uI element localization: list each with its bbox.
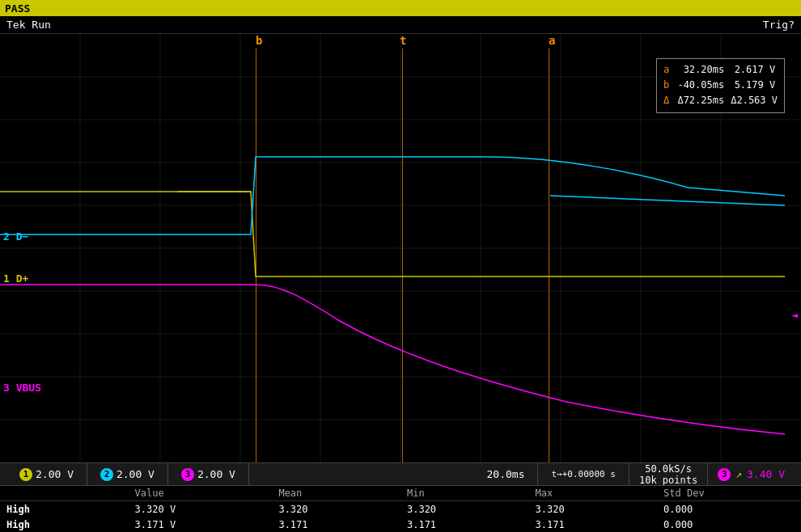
pass-label: PASS	[5, 2, 30, 15]
sample-rate: 50.0kS/s	[645, 463, 692, 475]
ch2-waveform-right	[550, 196, 785, 205]
meas-row-0-label: High	[0, 501, 129, 517]
channel-bar: 1 2.00 V 2 2.00 V 3 2.00 V 20.0ms t→+0.0…	[0, 462, 801, 485]
ch1-volts: 2.00 V	[36, 468, 74, 480]
meas-row-1-value: 3.171 V	[129, 517, 273, 532]
scope-display: b t a a 32.20ms 2.617 V b -40.05ms 5.179…	[0, 34, 801, 462]
col-header-value: Value	[129, 486, 273, 501]
ch1-label: 1 D+	[3, 272, 28, 285]
col-header-stddev: Std Dev	[657, 486, 801, 501]
meas-row-0-stddev: 0.000	[657, 501, 801, 517]
meas-table: Value Mean Min Max Std Dev High 3.320 V …	[0, 486, 801, 532]
time-position-info: t→+0.00000 s	[538, 463, 629, 485]
trig-ch-num: 3	[718, 468, 731, 481]
timebase-info: 20.0ms	[474, 463, 539, 485]
ch2-number: 2	[100, 468, 113, 481]
header-row: Tek Run Trig?	[0, 16, 801, 34]
measurements-table-area: Value Mean Min Max Std Dev High 3.320 V …	[0, 485, 801, 532]
trigger-info: 3 ↗ 3.40 V	[708, 463, 795, 485]
status-bar: PASS	[0, 0, 801, 16]
ch3-label: 3 VBUS	[3, 382, 41, 394]
meas-row-1-stddev: 0.000	[657, 517, 801, 532]
timebase-value: 20.0ms	[487, 468, 525, 480]
meas-row-1-label: High	[0, 517, 129, 532]
trig-edge: ↗	[735, 468, 742, 480]
ch2-label: 2 D−	[3, 230, 28, 243]
meas-row-0-mean: 3.320	[272, 501, 400, 517]
ch1-info: 1 2.00 V	[6, 463, 87, 485]
trig-level: 3.40 V	[747, 468, 785, 480]
col-header-min: Min	[400, 486, 529, 501]
ch3-info: 3 2.00 V	[168, 463, 249, 485]
col-header-label	[0, 486, 129, 501]
meas-row-1-mean: 3.171	[272, 517, 400, 532]
sample-points: 10k points	[639, 475, 697, 486]
tek-run-label: Tek Run	[6, 19, 51, 31]
meas-row-0-min: 3.320	[400, 501, 529, 517]
ch2-info: 2 2.00 V	[87, 463, 168, 485]
col-header-mean: Mean	[272, 486, 400, 501]
meas-row-1-min: 3.171	[400, 517, 529, 532]
meas-row-1-max: 3.171	[529, 517, 658, 532]
ch2-waveform	[0, 157, 785, 234]
waveforms-svg	[0, 34, 801, 462]
ch3-number: 3	[181, 468, 194, 481]
col-header-max: Max	[529, 486, 658, 501]
ch3-waveform	[0, 285, 785, 434]
ch2-volts: 2.00 V	[117, 468, 155, 480]
trig-arrow: ◄	[791, 309, 798, 321]
sample-info: 50.0kS/s 10k points	[629, 463, 708, 485]
ch1-number: 1	[19, 468, 32, 481]
ch3-volts: 2.00 V	[197, 468, 235, 480]
trig-label: Trig?	[763, 19, 795, 31]
meas-row-0-value: 3.320 V	[129, 501, 273, 517]
meas-row-0-max: 3.320	[529, 501, 658, 517]
time-position: t→+0.00000 s	[551, 469, 615, 479]
